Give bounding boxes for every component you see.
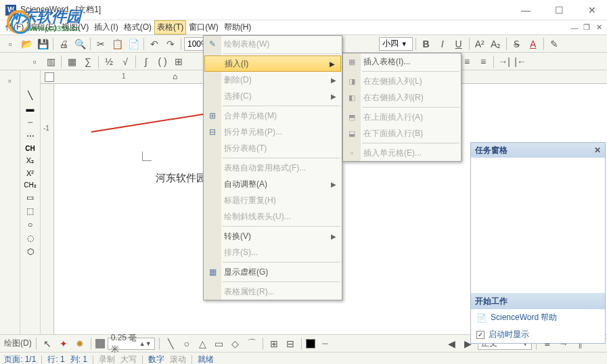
submenu-cells[interactable]: ▫插入单元格(E)... <box>343 145 461 161</box>
columns-icon[interactable]: ▥ <box>43 54 58 69</box>
menu-split-cells[interactable]: ⊟拆分单元格(P)... <box>204 124 342 140</box>
shape-rect-icon[interactable]: ▭ <box>212 337 226 350</box>
status-caps[interactable]: 大写 <box>120 354 137 364</box>
menu-diagonal[interactable]: 绘制斜线表头(U)... <box>204 208 342 225</box>
menu-window[interactable]: 窗口(W) <box>186 20 221 35</box>
dashed-line-icon[interactable]: ┈ <box>28 118 32 127</box>
status-rec[interactable]: 录制 <box>99 354 115 364</box>
redo-icon[interactable]: ↷ <box>163 37 178 51</box>
menu-view[interactable]: 视图(V) <box>59 20 91 35</box>
font-color-icon[interactable]: A <box>526 37 541 51</box>
formula-icon[interactable]: ∑ <box>81 54 95 69</box>
dashed-rect-icon[interactable]: ⬚ <box>26 206 34 216</box>
menu-select-sub[interactable]: 选择(C)▶ <box>204 88 342 104</box>
menu-format[interactable]: 格式(O) <box>121 20 154 35</box>
x2-sup-icon[interactable]: X² <box>26 169 34 177</box>
dash-style-icon[interactable]: ┈ <box>318 337 332 350</box>
minimize-button[interactable]: — <box>516 5 536 16</box>
menu-insert[interactable]: 插入(I) <box>91 20 120 35</box>
submenu-cols-left[interactable]: ◨在左侧插入列(L) <box>343 73 461 89</box>
menu-edit[interactable]: 编辑(E) <box>26 20 59 35</box>
tab-marker[interactable] <box>45 72 54 82</box>
vertical-ruler[interactable]: -1 <box>41 84 54 334</box>
x2-sub-icon[interactable]: X₂ <box>26 156 34 165</box>
copy-icon[interactable]: 📋 <box>110 37 125 51</box>
maximize-button[interactable]: ☐ <box>549 5 569 16</box>
undo-icon[interactable]: ↶ <box>147 37 162 51</box>
highlight-icon[interactable]: ✎ <box>547 37 562 51</box>
page-setup-icon[interactable]: ▫ <box>27 54 42 69</box>
ch-icon[interactable]: CH <box>25 145 35 152</box>
doc-minimize-button[interactable]: — <box>569 22 580 33</box>
table-icon[interactable]: ▦ <box>64 54 79 69</box>
align-left-icon[interactable]: ≡ <box>459 54 474 69</box>
align-center-icon[interactable]: ≡ <box>476 54 491 69</box>
group-icon[interactable]: ⊞ <box>267 337 281 350</box>
subscript-icon[interactable]: A₂ <box>489 37 503 51</box>
menu-split-table[interactable]: 拆分表格(T) <box>204 140 342 156</box>
thick-line-icon[interactable]: ▬ <box>26 104 35 114</box>
bracket-icon[interactable]: ( ) <box>155 54 170 69</box>
fill-color-swatch[interactable] <box>95 339 105 348</box>
line-width-spinner[interactable]: 0.25 毫米▲▼ <box>108 338 155 350</box>
fraction-icon[interactable]: ½ <box>102 54 116 69</box>
indent-icon[interactable]: →| <box>497 54 512 69</box>
circle-tool-icon[interactable]: ○ <box>28 220 32 229</box>
status-scroll[interactable]: 滚动 <box>170 354 186 364</box>
menu-table[interactable]: 表格(T) <box>154 20 186 35</box>
dashed-circle-icon[interactable]: ◌ <box>27 233 34 243</box>
save-icon[interactable]: 💾 <box>35 37 50 51</box>
prev-icon[interactable]: ◀ <box>445 337 459 350</box>
hexagon-tool-icon[interactable]: ⬡ <box>27 247 34 256</box>
line-tool-icon[interactable]: ╲ <box>164 337 177 350</box>
menu-show-gridlines[interactable]: ▦显示虚框(G) <box>204 264 342 280</box>
integral-icon[interactable]: ∫ <box>139 54 154 69</box>
open-icon[interactable]: 📂 <box>19 37 34 51</box>
menu-autofit-sub[interactable]: 自动调整(A)▶ <box>204 176 342 192</box>
star-tool-icon[interactable]: ✦ <box>57 337 70 350</box>
font-size-combo[interactable]: 小四▼ <box>379 37 413 51</box>
close-button[interactable]: ✕ <box>583 5 602 16</box>
show-startup-checkbox[interactable]: ✓ 启动时显示 <box>471 326 605 343</box>
outdent-icon[interactable]: |← <box>513 54 528 69</box>
help-link[interactable]: 📄 ScienceWord 帮助 <box>471 309 605 326</box>
doc-restore-button[interactable]: ❐ <box>581 22 592 33</box>
select-tool-icon[interactable]: ▫ <box>3 73 18 88</box>
submenu-rows-below[interactable]: ⬓在下面插入行(B) <box>343 125 461 141</box>
rect-tool-icon[interactable]: ▭ <box>26 193 34 202</box>
underline-button[interactable]: U <box>451 37 466 51</box>
menu-draw-table[interactable]: ✎绘制表格(W) <box>204 36 342 52</box>
ungroup-icon[interactable]: ⊟ <box>284 337 297 350</box>
matrix-icon[interactable]: ⊞ <box>171 54 186 69</box>
print-icon[interactable]: 🖨 <box>56 37 71 51</box>
arrow-tool-icon[interactable]: ↖ <box>41 337 54 350</box>
menu-sort[interactable]: 排序(S)... <box>204 244 342 260</box>
menu-table-props[interactable]: 表格属性(R)... <box>204 283 342 300</box>
menu-file[interactable]: 件(F) <box>3 20 26 35</box>
shape-diamond-icon[interactable]: ◇ <box>229 337 242 350</box>
submenu-insert-table[interactable]: ▦插入表格(I)... <box>343 53 461 70</box>
shape-arc-icon[interactable]: ⌒ <box>245 337 258 350</box>
submenu-cols-right[interactable]: ◧在右侧插入列(R) <box>343 89 461 106</box>
new-icon[interactable]: ▫ <box>3 37 18 51</box>
burst-tool-icon[interactable]: ✹ <box>73 337 87 350</box>
draw-label[interactable]: 绘图(D) <box>4 338 32 349</box>
cut-icon[interactable]: ✂ <box>93 37 108 51</box>
shape-circle-icon[interactable]: ○ <box>180 337 194 350</box>
menu-merge-cells[interactable]: ⊞合并单元格(M) <box>204 108 342 124</box>
menu-delete-sub[interactable]: 删除(D)▶ <box>204 72 342 88</box>
submenu-rows-above[interactable]: ⬒在上面插入行(A) <box>343 109 461 125</box>
status-num[interactable]: 数字 <box>148 354 164 364</box>
menu-insert-sub[interactable]: 插入(I)▶ <box>204 55 341 72</box>
italic-button[interactable]: I <box>435 37 450 51</box>
bold-button[interactable]: B <box>419 37 434 51</box>
preview-icon[interactable]: 🔍 <box>72 37 87 51</box>
root-icon[interactable]: √ <box>118 54 133 69</box>
dotted-line-icon[interactable]: ⋯ <box>26 131 35 141</box>
menu-help[interactable]: 帮助(H) <box>221 20 254 35</box>
superscript-icon[interactable]: A² <box>472 37 487 51</box>
strike-icon[interactable]: S̶ <box>510 37 524 51</box>
menu-heading-repeat[interactable]: 标题行重复(H) <box>204 192 342 208</box>
doc-close-button[interactable]: ✕ <box>593 22 604 33</box>
task-pane-close-icon[interactable]: ✕ <box>594 145 601 155</box>
